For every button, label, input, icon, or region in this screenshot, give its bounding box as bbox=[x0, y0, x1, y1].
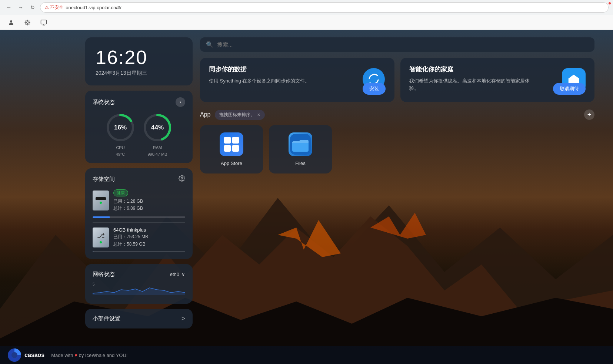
disk2-device: ⎇ 64GB thinkplus 已用：753.25 MB 总计：58.59 G… bbox=[93, 227, 185, 247]
gauges-row: 16% CPU 49°C 44% bbox=[93, 113, 185, 156]
main-area: 16:20 2024年3月13日星期三 系统状态 › bbox=[0, 30, 613, 364]
network-chevron: ∨ bbox=[181, 272, 185, 277]
svg-point-1 bbox=[27, 21, 29, 23]
network-card: 网络状态 eth0 ∨ 5 bbox=[85, 264, 193, 304]
files-item[interactable]: Files bbox=[269, 125, 332, 173]
disk1-used: 已用：1.28 GB bbox=[113, 198, 185, 205]
disk1-progress-bar bbox=[93, 216, 185, 218]
disk1-device: 健康 已用：1.28 GB 总计：6.89 GB bbox=[93, 189, 185, 212]
ram-percent: 44% bbox=[151, 124, 164, 131]
security-warning: ⚠ 不安全 bbox=[45, 4, 63, 11]
time-widget: 16:20 2024年3月13日星期三 bbox=[85, 37, 193, 85]
disk1-info: 健康 已用：1.28 GB 总计：6.89 GB bbox=[113, 189, 185, 212]
drag-hint: 拖拽图标来排序。 × bbox=[215, 110, 264, 120]
ram-gauge: 44% bbox=[143, 113, 172, 142]
cpu-gauge: 16% bbox=[106, 113, 135, 142]
disk2-progress-bar bbox=[93, 251, 185, 252]
banners-row: 同步你的数据 使用 Syncthing 在多个设备之间同步你的文件。 bbox=[200, 58, 594, 102]
date-display: 2024年3月13日星期三 bbox=[96, 70, 182, 77]
app-store-icon bbox=[220, 132, 243, 156]
refresh-button[interactable]: ↻ bbox=[28, 3, 37, 12]
browser-toolbar: ← → ↻ ⚠ 不安全 onecloud1.vip.cpolar.cn/#/ bbox=[0, 0, 613, 15]
casaos-logo-icon bbox=[7, 348, 21, 362]
storage-gear-button[interactable] bbox=[179, 175, 185, 183]
time-display: 16:20 bbox=[96, 46, 182, 68]
cpu-temp: 49°C bbox=[116, 152, 125, 156]
disk2-info: 64GB thinkplus 已用：753.25 MB 总计：58.59 GB bbox=[113, 227, 185, 247]
drag-hint-text: 拖拽图标来排序。 bbox=[219, 112, 255, 118]
files-icon bbox=[289, 132, 312, 156]
network-interface-label: eth0 bbox=[170, 272, 179, 277]
disk1-icon bbox=[93, 191, 109, 210]
disk1-total: 总计：6.89 GB bbox=[113, 205, 185, 212]
app-toolbar bbox=[0, 15, 613, 30]
forward-button[interactable]: → bbox=[16, 3, 25, 12]
tagline: Made with ♥ by IceWhale and YOU! bbox=[51, 353, 127, 358]
smart-banner-title: 智能化你的家庭 bbox=[409, 65, 586, 74]
search-icon: 🔍 bbox=[206, 41, 213, 48]
logo-area: casaos bbox=[7, 348, 44, 362]
ram-used: 990.47 MB bbox=[147, 152, 167, 156]
sync-banner-title: 同步你的数据 bbox=[209, 65, 386, 74]
url-text: onecloud1.vip.cpolar.cn/#/ bbox=[66, 5, 121, 10]
bottom-bar: casaos Made with ♥ by IceWhale and YOU! bbox=[0, 346, 613, 364]
svg-rect-20 bbox=[292, 141, 309, 152]
smart-coming-soon-button[interactable]: 敬请期待 bbox=[553, 83, 586, 95]
search-input[interactable] bbox=[217, 41, 589, 48]
app-section: App 拖拽图标来排序。 × + App Store bbox=[200, 109, 594, 173]
disk2-icon: ⎇ bbox=[93, 228, 109, 247]
storage-card: 存储空间 健康 已用：1.28 GB 总计：6.89 GB bbox=[85, 168, 193, 259]
ram-gauge-container: 44% RAM 990.47 MB bbox=[143, 113, 172, 156]
disk2-used: 已用：753.25 MB bbox=[113, 233, 185, 240]
status-card-header: 系统状态 › bbox=[93, 97, 185, 107]
browser-chrome: ← → ↻ ⚠ 不安全 onecloud1.vip.cpolar.cn/#/ bbox=[0, 0, 613, 15]
app-store-item[interactable]: App Store bbox=[200, 125, 263, 173]
right-panel: 🔍 同步你的数据 使用 Syncthing 在多个设备之间同步你的文件。 bbox=[200, 37, 594, 173]
network-graph: 5 bbox=[93, 282, 185, 297]
add-app-button[interactable]: + bbox=[584, 109, 594, 120]
network-header: 网络状态 eth0 ∨ bbox=[93, 271, 185, 278]
search-bar: 🔍 bbox=[200, 37, 594, 52]
heart-icon: ♥ bbox=[74, 353, 77, 358]
back-button[interactable]: ← bbox=[4, 3, 13, 12]
app-section-title: App bbox=[200, 111, 210, 118]
status-card-title: 系统状态 bbox=[93, 99, 115, 106]
monitor-icon[interactable] bbox=[39, 17, 49, 28]
sync-banner-desc: 使用 Syncthing 在多个设备之间同步你的文件。 bbox=[209, 77, 333, 85]
apps-grid: App Store Files bbox=[200, 125, 594, 173]
storage-card-header: 存储空间 bbox=[93, 175, 185, 183]
drag-hint-close[interactable]: × bbox=[257, 112, 260, 118]
sync-banner-card: 同步你的数据 使用 Syncthing 在多个设备之间同步你的文件。 bbox=[200, 58, 394, 102]
graph-label: 5 bbox=[93, 282, 95, 286]
settings-icon[interactable] bbox=[22, 17, 33, 28]
svg-point-0 bbox=[10, 20, 12, 23]
disk1-status-badge: 健康 bbox=[113, 189, 128, 196]
ram-label: RAM bbox=[153, 145, 162, 150]
smart-banner-card: 智能化你的家庭 我们希望为你提供隐私、高速和本地化存储的智能家居体验。 敬请期待 bbox=[400, 58, 595, 102]
left-panel: 16:20 2024年3月13日星期三 系统状态 › bbox=[85, 37, 193, 328]
widget-settings-row[interactable]: 小部件设置 > bbox=[85, 309, 193, 328]
ram-gauge-text: 44% bbox=[143, 113, 172, 142]
smart-banner-desc: 我们希望为你提供隐私、高速和本地化存储的智能家居体验。 bbox=[409, 77, 533, 92]
svg-point-22 bbox=[11, 352, 17, 358]
widget-settings-chevron: > bbox=[181, 315, 185, 323]
storage-title: 存储空间 bbox=[93, 176, 115, 183]
address-bar[interactable]: ⚠ 不安全 onecloud1.vip.cpolar.cn/#/ bbox=[40, 2, 609, 13]
disk2-progress-fill bbox=[93, 251, 94, 252]
sync-install-button[interactable]: 安装 bbox=[363, 83, 386, 95]
files-label: Files bbox=[295, 161, 305, 166]
status-chevron-button[interactable]: › bbox=[176, 97, 185, 107]
cpu-gauge-text: 16% bbox=[106, 113, 135, 142]
cpu-label: CPU bbox=[116, 145, 124, 150]
tagline-suffix: by IceWhale and YOU! bbox=[79, 353, 127, 358]
cpu-percent: 16% bbox=[114, 124, 127, 131]
disk1-progress-fill bbox=[93, 216, 110, 218]
disk2-name: 64GB thinkplus bbox=[113, 227, 185, 233]
cpu-gauge-container: 16% CPU 49°C bbox=[106, 113, 135, 156]
user-icon[interactable] bbox=[6, 17, 16, 28]
tagline-prefix: Made with bbox=[51, 353, 73, 358]
svg-rect-3 bbox=[41, 20, 47, 24]
storage-separator bbox=[93, 222, 185, 223]
network-interface[interactable]: eth0 ∨ bbox=[170, 272, 185, 277]
app-store-label: App Store bbox=[221, 161, 242, 166]
